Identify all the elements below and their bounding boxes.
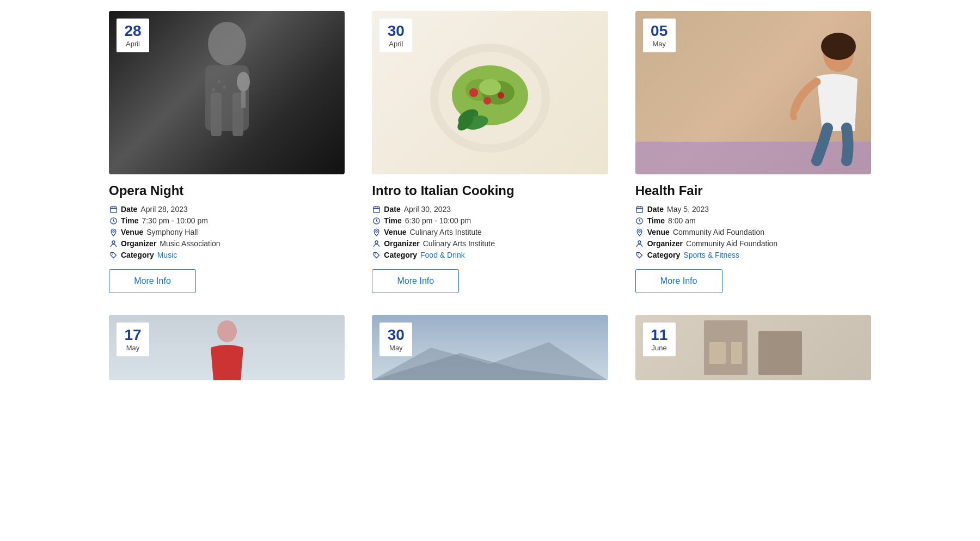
event-image: 05 May bbox=[635, 11, 871, 174]
date-month: May bbox=[651, 40, 668, 48]
person-icon bbox=[372, 239, 381, 248]
category-link[interactable]: Food & Drink bbox=[420, 251, 465, 259]
meta-organizer-row: Organizer Music Association bbox=[109, 239, 345, 248]
svg-point-4 bbox=[237, 72, 250, 92]
svg-rect-56 bbox=[731, 342, 742, 364]
meta-venue-row: Venue Symphony Hall bbox=[109, 228, 345, 236]
svg-rect-54 bbox=[758, 331, 802, 375]
svg-rect-30 bbox=[373, 206, 379, 212]
svg-point-36 bbox=[375, 240, 378, 243]
pin-icon bbox=[372, 228, 381, 236]
svg-point-0 bbox=[208, 22, 246, 65]
svg-point-25 bbox=[498, 92, 504, 99]
svg-point-6 bbox=[217, 80, 220, 83]
category-link[interactable]: Sports & Fitness bbox=[683, 251, 739, 259]
svg-point-46 bbox=[639, 230, 640, 232]
svg-marker-48 bbox=[637, 252, 642, 258]
calendar-icon bbox=[635, 205, 644, 214]
date-badge: 11 June bbox=[643, 323, 676, 356]
date-label: Date bbox=[121, 205, 137, 214]
organizer-label: Organizer bbox=[384, 239, 419, 248]
time-value: 7:30 pm - 10:00 pm bbox=[142, 216, 207, 225]
tag-icon bbox=[635, 251, 644, 259]
organizer-value: Culinary Arts Institute bbox=[423, 239, 495, 248]
svg-marker-16 bbox=[111, 252, 116, 258]
calendar-icon bbox=[372, 205, 381, 214]
meta-category-row: Category Music bbox=[109, 251, 345, 259]
organizer-label: Organizer bbox=[121, 239, 156, 248]
event-meta: Date April 28, 2023 Time 7:30 pm - 10:00… bbox=[109, 205, 345, 259]
svg-point-40 bbox=[821, 33, 856, 60]
event-meta: Date May 5, 2023 Time 8:00 am Venue Comm… bbox=[635, 205, 871, 259]
venue-label: Venue bbox=[384, 228, 406, 236]
date-month: April bbox=[387, 40, 405, 48]
person-icon bbox=[635, 239, 644, 248]
time-label: Time bbox=[647, 216, 665, 225]
category-link[interactable]: Music bbox=[157, 251, 177, 259]
date-day: 17 bbox=[124, 327, 142, 344]
event-card-health-fair: 05 May Health Fair Date May 5, 2023 Time… bbox=[635, 11, 871, 293]
svg-point-47 bbox=[638, 240, 641, 243]
meta-venue-row: Venue Community Aid Foundation bbox=[635, 228, 871, 236]
tag-icon bbox=[372, 251, 381, 259]
date-label: Date bbox=[647, 205, 664, 214]
date-badge: 05 May bbox=[643, 19, 676, 52]
svg-point-8 bbox=[212, 88, 215, 92]
event-image: 11 June bbox=[635, 315, 871, 380]
meta-time-row: Time 6:30 pm - 10:00 pm bbox=[372, 216, 608, 225]
event-image: 30 May bbox=[372, 315, 608, 380]
meta-venue-row: Venue Culinary Arts Institute bbox=[372, 228, 608, 236]
meta-category-row: Category Sports & Fitness bbox=[635, 251, 871, 259]
svg-point-7 bbox=[223, 86, 226, 89]
tag-icon bbox=[109, 251, 118, 259]
svg-point-26 bbox=[483, 97, 491, 105]
svg-marker-37 bbox=[373, 252, 379, 258]
meta-time-row: Time 8:00 am bbox=[635, 216, 871, 225]
date-month: April bbox=[124, 40, 142, 48]
category-label: Category bbox=[647, 251, 681, 259]
svg-rect-9 bbox=[110, 206, 116, 212]
venue-value: Symphony Hall bbox=[146, 228, 198, 236]
event-card-italian-cooking: 30 April Intro to Italian Cooking Date A… bbox=[372, 11, 608, 293]
svg-point-17 bbox=[112, 253, 113, 254]
svg-point-35 bbox=[376, 230, 377, 232]
event-title: Intro to Italian Cooking bbox=[372, 183, 608, 198]
event-card-may-30-event: 30 May bbox=[372, 315, 608, 380]
date-day: 30 bbox=[387, 327, 405, 344]
person-icon bbox=[109, 239, 118, 248]
pin-icon bbox=[635, 228, 644, 236]
organizer-label: Organizer bbox=[647, 239, 683, 248]
date-day: 05 bbox=[651, 23, 668, 40]
date-value: April 28, 2023 bbox=[140, 205, 187, 214]
event-image: 17 May bbox=[109, 315, 345, 380]
venue-value: Culinary Arts Institute bbox=[410, 228, 482, 236]
date-month: May bbox=[124, 344, 142, 352]
svg-point-14 bbox=[112, 230, 114, 232]
venue-value: Community Aid Foundation bbox=[673, 228, 764, 236]
meta-organizer-row: Organizer Community Aid Foundation bbox=[635, 239, 871, 248]
event-image: 28 April bbox=[109, 11, 345, 174]
meta-organizer-row: Organizer Culinary Arts Institute bbox=[372, 239, 608, 248]
svg-rect-55 bbox=[709, 342, 726, 364]
date-label: Date bbox=[384, 205, 400, 214]
category-label: Category bbox=[121, 251, 154, 259]
more-info-button[interactable]: More Info bbox=[109, 269, 196, 293]
meta-category-row: Category Food & Drink bbox=[372, 251, 608, 259]
svg-point-23 bbox=[479, 79, 501, 95]
more-info-button[interactable]: More Info bbox=[635, 269, 722, 293]
calendar-icon bbox=[109, 205, 118, 214]
svg-point-49 bbox=[638, 253, 639, 254]
svg-rect-2 bbox=[211, 93, 222, 136]
date-day: 30 bbox=[387, 23, 405, 40]
time-value: 8:00 am bbox=[668, 216, 696, 225]
time-value: 6:30 pm - 10:00 pm bbox=[405, 216, 471, 225]
event-image: 30 April bbox=[372, 11, 608, 174]
more-info-button[interactable]: More Info bbox=[372, 269, 459, 293]
date-badge: 17 May bbox=[117, 323, 149, 356]
svg-point-50 bbox=[217, 320, 237, 342]
svg-rect-5 bbox=[241, 92, 246, 108]
organizer-value: Music Association bbox=[160, 239, 220, 248]
pin-icon bbox=[109, 228, 118, 236]
date-day: 11 bbox=[651, 327, 668, 344]
venue-label: Venue bbox=[647, 228, 670, 236]
